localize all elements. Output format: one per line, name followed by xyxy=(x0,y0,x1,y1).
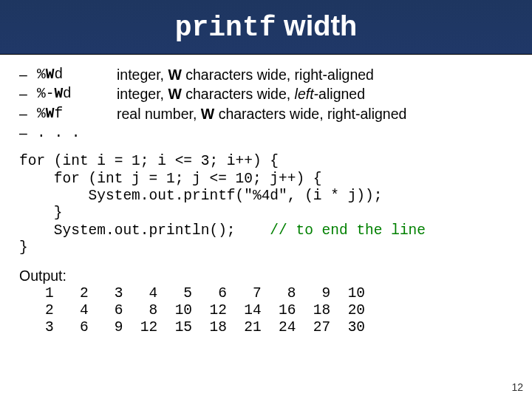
output-block: 1 2 3 4 5 6 7 8 9 10 2 4 6 8 10 12 14 16… xyxy=(19,285,513,336)
slide-title: printf width xyxy=(175,10,358,44)
title-rest: width xyxy=(276,10,358,41)
list-item: – %-Wd integer, W characters wide, left-… xyxy=(19,84,513,103)
title-code: printf xyxy=(175,12,276,44)
bullet-dash: – xyxy=(19,84,37,103)
ellipsis: . . . xyxy=(37,123,117,143)
bullet-dash: – xyxy=(19,104,37,123)
format-code: %-Wd xyxy=(37,84,117,103)
format-desc: integer, W characters wide, right-aligne… xyxy=(117,65,374,84)
bullet-dash: – xyxy=(19,123,37,143)
format-code: %Wd xyxy=(37,65,117,84)
list-item: – %Wf real number, W characters wide, ri… xyxy=(19,104,513,123)
format-specifier-list: – %Wd integer, W characters wide, right-… xyxy=(19,65,513,143)
output-row: 2 4 6 8 10 12 14 16 18 20 xyxy=(19,302,365,318)
output-label: Output: xyxy=(19,266,513,285)
title-bar: printf width xyxy=(0,0,532,55)
code-block: for (int i = 1; i <= 3; i++) { for (int … xyxy=(19,153,513,256)
list-item: – . . . xyxy=(19,123,513,143)
format-code: %Wf xyxy=(37,104,117,123)
output-row: 1 2 3 4 5 6 7 8 9 10 xyxy=(19,285,365,301)
page-number: 12 xyxy=(511,381,523,393)
list-item: – %Wd integer, W characters wide, right-… xyxy=(19,65,513,84)
format-desc: real number, W characters wide, right-al… xyxy=(117,104,406,123)
code-comment: // to end the line xyxy=(270,222,426,239)
slide: printf width – %Wd integer, W characters… xyxy=(0,0,532,399)
format-desc: integer, W characters wide, left-aligned xyxy=(117,84,365,103)
output-row: 3 6 9 12 15 18 21 24 27 30 xyxy=(19,319,365,335)
slide-body: – %Wd integer, W characters wide, right-… xyxy=(0,55,532,336)
bullet-dash: – xyxy=(19,65,37,84)
